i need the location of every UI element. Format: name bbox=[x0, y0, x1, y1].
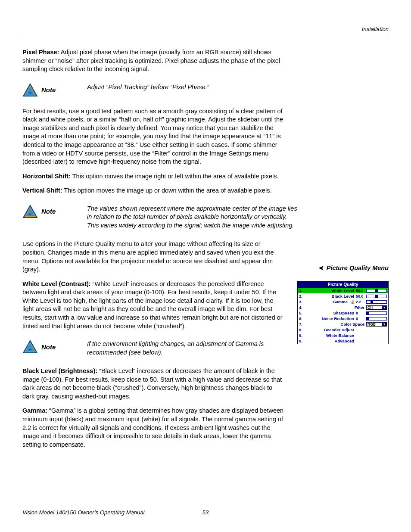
dropdown-value: RGB bbox=[367, 322, 376, 327]
menu-row[interactable]: 7.Color SpaceRGB▼ bbox=[298, 321, 388, 327]
menu-row-num: 6. bbox=[299, 316, 307, 321]
menu-slider[interactable] bbox=[366, 311, 387, 315]
menu-row-label: White Balance bbox=[307, 333, 356, 338]
label-white-level: White Level (Contrast): bbox=[22, 280, 91, 287]
chevron-down-icon[interactable]: ▼ bbox=[382, 323, 386, 326]
menu-row[interactable]: 8.Decoder Adjust bbox=[298, 327, 388, 333]
text-hshift: This option moves the image right or lef… bbox=[71, 173, 279, 180]
menu-row-value: 50.0 bbox=[356, 289, 366, 293]
menu-row-num: 0. bbox=[299, 339, 307, 343]
lock-icon: 🔒 bbox=[350, 300, 355, 304]
menu-row-value: 50.0 bbox=[356, 294, 366, 299]
side-heading-pq: ➤Picture Quality Menu bbox=[318, 264, 389, 271]
menu-row-label: Sharpness bbox=[307, 311, 356, 315]
note-text-2: The values shown represent where the app… bbox=[87, 205, 298, 230]
menu-row-label: Advanced bbox=[307, 339, 356, 343]
svg-text:✶: ✶ bbox=[28, 348, 32, 352]
menu-row[interactable]: 9.White Balance bbox=[298, 333, 388, 338]
label-hshift: Horizontal Shift: bbox=[22, 173, 71, 180]
page-footer: Vision Model 140/150 Owner’s Operating M… bbox=[22, 509, 389, 516]
menu-row[interactable]: 2.Black Level50.0 bbox=[298, 293, 388, 299]
text-white-level: “White Level” increases or decreases the… bbox=[22, 280, 283, 330]
menu-row-num: 4. bbox=[299, 305, 307, 310]
text-vshift: This option moves the image up or down w… bbox=[62, 187, 272, 194]
page-number: 53 bbox=[202, 509, 209, 516]
note-label: Note bbox=[41, 208, 56, 215]
para-pq-intro: Use options in the Picture Quality menu … bbox=[22, 240, 285, 274]
slider-thumb[interactable] bbox=[375, 295, 378, 298]
slider-thumb[interactable] bbox=[375, 289, 378, 292]
menu-row-num: 9. bbox=[299, 333, 307, 338]
menu-row-label: Filter bbox=[307, 305, 366, 310]
note-text-3: If the environment lighting changes, an … bbox=[87, 340, 298, 357]
label-vshift: Vertical Shift: bbox=[22, 187, 62, 194]
slider-thumb[interactable] bbox=[367, 311, 369, 315]
menu-title: Picture Quality bbox=[298, 281, 388, 288]
menu-slider[interactable] bbox=[366, 317, 387, 320]
menu-row-label: Black Level bbox=[307, 294, 356, 299]
note-icon: ✶ bbox=[22, 83, 38, 97]
menu-row-value: 2.2 bbox=[356, 300, 366, 304]
menu-row-value: 0 bbox=[356, 317, 366, 321]
menu-dropdown[interactable]: RGB▼ bbox=[366, 322, 387, 327]
menu-row-label: Noise Reduction bbox=[307, 316, 356, 321]
menu-row-num: 7. bbox=[299, 322, 307, 327]
slider-thumb[interactable] bbox=[367, 317, 369, 320]
para-pixel-phase: Pixel Phase: Adjust pixel phase when the… bbox=[22, 48, 285, 74]
menu-row-label: Color Space bbox=[307, 322, 366, 327]
text-pixel-phase: Adjust pixel phase when the image (usual… bbox=[22, 49, 280, 72]
menu-slider[interactable] bbox=[366, 300, 387, 304]
note-icon: ✶ bbox=[22, 340, 38, 354]
para-hshift: Horizontal Shift: This option moves the … bbox=[22, 172, 285, 181]
menu-row-label: Decoder Adjust bbox=[307, 327, 356, 332]
menu-dropdown[interactable]: Off▼ bbox=[366, 305, 387, 310]
label-pixel-phase: Pixel Phase: bbox=[22, 49, 59, 56]
menu-row-label: White Level bbox=[307, 288, 356, 293]
slider-thumb[interactable] bbox=[371, 300, 373, 304]
dropdown-value: Off bbox=[367, 305, 373, 310]
menu-row[interactable]: 1.White Level50.0 bbox=[298, 288, 388, 293]
menu-row[interactable]: 4.FilterOff▼ bbox=[298, 305, 388, 310]
menu-row-num: 5. bbox=[299, 311, 307, 315]
note-block-3: ✶ Note If the environment lighting chang… bbox=[22, 340, 298, 357]
menu-row[interactable]: 3.Gamma🔒2.2 bbox=[298, 299, 388, 305]
note-text-1: Adjust “Pixel Tracking” before “Pixel Ph… bbox=[87, 83, 298, 92]
para-gamma: Gamma: “Gamma” is a global setting that … bbox=[22, 407, 285, 449]
note-block-1: ✶ Note Adjust “Pixel Tracking” before “P… bbox=[22, 83, 298, 97]
menu-row[interactable]: 0.Advanced bbox=[298, 338, 388, 344]
menu-row-value: 0 bbox=[356, 311, 366, 315]
arrow-left-icon: ➤ bbox=[318, 264, 324, 271]
svg-text:✶: ✶ bbox=[28, 90, 32, 95]
menu-row-num: 3. bbox=[299, 299, 307, 304]
menu-slider[interactable] bbox=[366, 289, 387, 292]
menu-row-num: 2. bbox=[299, 294, 307, 299]
para-white-level: White Level (Contrast): “White Level” in… bbox=[22, 280, 285, 330]
menu-row[interactable]: 5.Sharpness0 bbox=[298, 310, 388, 316]
label-black-level: Black Level (Brightness): bbox=[22, 367, 97, 374]
para-best-results: For best results, use a good test patter… bbox=[22, 107, 285, 166]
menu-row[interactable]: 6.Noise Reduction0 bbox=[298, 316, 388, 321]
menu-slider[interactable] bbox=[366, 295, 387, 298]
menu-row-label: Gamma bbox=[307, 299, 349, 304]
note-block-2: ✶ Note The values shown represent where … bbox=[22, 205, 298, 230]
side-heading-text: Picture Quality Menu bbox=[327, 264, 389, 271]
menu-row-num: 8. bbox=[299, 327, 307, 332]
chevron-down-icon[interactable]: ▼ bbox=[382, 306, 386, 309]
text-gamma: “Gamma” is a global setting that determi… bbox=[22, 407, 283, 448]
footer-title: Vision Model 140/150 Owner’s Operating M… bbox=[22, 509, 144, 516]
para-black-level: Black Level (Brightness): “Black Level” … bbox=[22, 367, 285, 401]
para-vshift: Vertical Shift: This option moves the im… bbox=[22, 187, 285, 195]
menu-picture-quality: Picture Quality 1.White Level50.02.Black… bbox=[297, 281, 389, 344]
section-header: Installation bbox=[22, 26, 389, 32]
header-rule bbox=[22, 36, 389, 36]
svg-text:✶: ✶ bbox=[28, 212, 32, 217]
note-label: Note bbox=[41, 86, 56, 93]
label-gamma: Gamma: bbox=[22, 407, 47, 414]
note-label: Note bbox=[41, 343, 56, 351]
note-icon: ✶ bbox=[22, 205, 38, 218]
menu-row-num: 1. bbox=[299, 288, 307, 293]
